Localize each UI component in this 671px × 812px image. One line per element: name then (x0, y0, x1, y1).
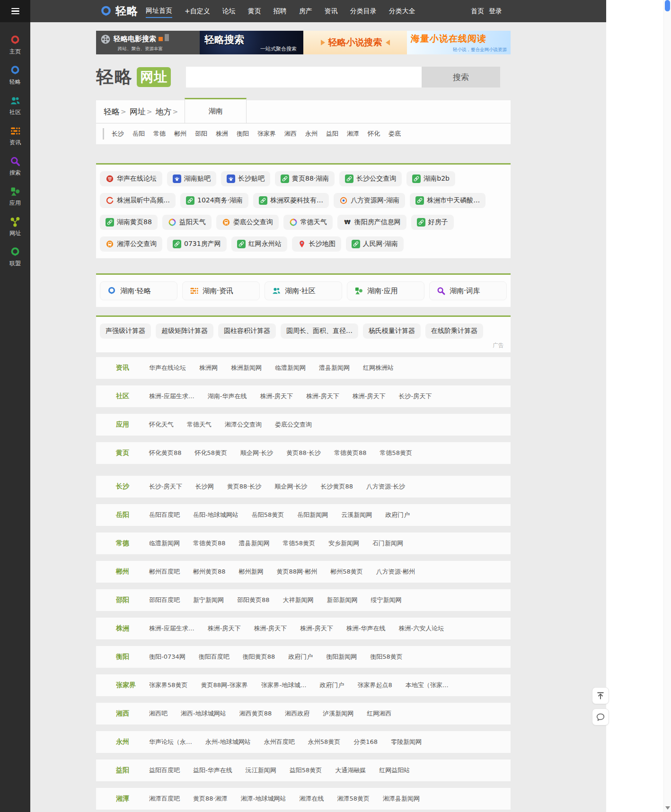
table-link[interactable]: 泸溪新闻网 (323, 709, 353, 718)
sidebar-item-网址[interactable]: 网址 (0, 211, 30, 242)
table-link[interactable]: 株洲-六安人论坛 (399, 624, 444, 633)
login-link[interactable]: 登录 (489, 7, 502, 16)
table-link[interactable]: 常德58黄页 (283, 539, 316, 548)
sidebar-item-应用[interactable]: 应用 (0, 181, 30, 211)
table-link[interactable]: 湘西吧 (149, 709, 168, 718)
city-link-湘西[interactable]: 湘西 (284, 130, 297, 138)
table-link[interactable]: 红网株洲站 (363, 364, 394, 372)
sidebar-item-联盟[interactable]: 联盟 (0, 242, 30, 272)
hub-link[interactable]: 湖南·资讯 (182, 281, 260, 300)
table-link[interactable]: 新宁新闻网 (193, 596, 224, 604)
home-link[interactable]: 首页 (471, 7, 484, 16)
calculator-ad-link[interactable]: 圆周长、面积、直径… (281, 323, 358, 339)
table-link[interactable]: 张家界58黄页 (149, 681, 188, 690)
table-link[interactable]: 八方资源·郴州 (376, 568, 415, 576)
table-link[interactable]: 张家界起点8 (357, 681, 392, 690)
quick-link[interactable]: 0731房产网 (167, 236, 227, 252)
table-link[interactable]: 临澧新闻网 (275, 364, 306, 372)
quick-link[interactable]: 1024商务·湖南 (180, 193, 248, 208)
search-button[interactable]: 搜索 (422, 67, 500, 87)
table-link[interactable]: 沅江新闻网 (246, 766, 276, 775)
table-link[interactable]: 本地宝（张家… (406, 681, 449, 690)
table-link[interactable]: 株洲网 (199, 364, 218, 372)
menu-hamburger-icon[interactable] (0, 0, 30, 22)
breadcrumb-item-1[interactable]: 网址 (130, 106, 146, 117)
table-link[interactable]: 分类168 (353, 738, 378, 746)
quick-link[interactable]: 好房子 (411, 215, 454, 230)
city-link-张家界[interactable]: 张家界 (257, 130, 276, 138)
table-link[interactable]: 株洲-房天下 (300, 624, 333, 633)
table-link[interactable]: 湘潭58黄页 (337, 795, 370, 803)
table-link[interactable]: 株洲-华声在线 (346, 624, 386, 633)
hub-link[interactable]: 湖南·轻略 (100, 281, 177, 300)
quick-link[interactable]: 湘潭公交查询 (100, 236, 162, 252)
quick-link[interactable]: 株洲晨昕中高频… (100, 193, 176, 208)
quick-link[interactable]: 常德天气 (283, 215, 333, 230)
table-link[interactable]: 黄页88网-张家界 (201, 681, 248, 690)
quick-link[interactable]: 株洲双菱科技有… (253, 193, 329, 208)
quick-link[interactable]: ₩衡阳房产信息网 (337, 215, 406, 230)
quick-link[interactable]: 长沙地图 (292, 236, 341, 252)
menu-item-5[interactable]: 房产 (299, 5, 312, 17)
quick-link[interactable]: 长沙公交查询 (339, 171, 402, 186)
table-link[interactable]: 常德58黄页 (380, 449, 412, 457)
menu-item-6[interactable]: 资讯 (325, 5, 338, 17)
city-link-邵阳[interactable]: 邵阳 (195, 130, 207, 138)
quick-link[interactable]: 湖南贴吧 (167, 171, 216, 186)
table-link[interactable]: 衡阳百度吧 (199, 653, 230, 661)
scrollbar[interactable] (663, 0, 671, 812)
table-link[interactable]: 红网益阳站 (379, 766, 410, 775)
brand-logo[interactable]: 轻略 (99, 4, 138, 18)
table-link[interactable]: 黄页88网·郴州 (277, 568, 318, 576)
calculator-ad-link[interactable]: 杨氏模量计算器 (363, 323, 421, 339)
table-link[interactable]: 衡阳58黄页 (370, 653, 403, 661)
table-link[interactable]: 株洲-房天下 (353, 392, 386, 401)
calculator-ad-link[interactable]: 超级矩阵计算器 (156, 323, 213, 339)
table-link[interactable]: 湘西黄页88 (239, 709, 272, 718)
table-link[interactable]: 长沙-房天下 (399, 392, 432, 401)
breadcrumb-item-2[interactable]: 地方 (155, 106, 171, 117)
table-link[interactable]: 湘西政府 (285, 709, 309, 718)
table-link[interactable]: 衡阳新闻网 (326, 653, 357, 661)
table-link[interactable]: 湘潭百度吧 (149, 795, 180, 803)
table-link[interactable]: 益阳-华声在线 (193, 766, 232, 775)
table-link[interactable]: 黄页88·长沙 (227, 482, 262, 491)
ad-banner-search[interactable]: 轻略搜索 一站式聚合搜索 (200, 31, 303, 54)
table-link[interactable]: 岳阳58黄页 (252, 511, 284, 519)
table-link[interactable]: 株洲-房天下 (306, 392, 339, 401)
ad-banner-movie-search[interactable]: 轻略电影搜索 跨站、聚合、资源丰富 (96, 31, 200, 54)
table-link[interactable]: 郴州黄页88 (193, 568, 226, 576)
table-link[interactable]: 株洲-应届生求… (149, 392, 194, 401)
city-link-岳阳[interactable]: 岳阳 (132, 130, 145, 138)
quick-link[interactable]: 湖南b2b (406, 171, 455, 186)
table-link[interactable]: 长沙-房天下 (149, 482, 182, 491)
quick-link[interactable]: 红网永州站 (231, 236, 287, 252)
table-link[interactable]: 湘潭在线 (299, 795, 324, 803)
city-link-郴州[interactable]: 郴州 (174, 130, 186, 138)
table-link[interactable]: 湖南-华声在线 (208, 392, 247, 401)
table-link[interactable]: 新邵新闻网 (327, 596, 358, 604)
quick-link[interactable]: 湖南黄页88 (100, 215, 158, 230)
table-link[interactable]: 政府门户 (319, 681, 344, 690)
calculator-ad-link[interactable]: 声强级计算器 (100, 323, 151, 339)
table-link[interactable]: 湘潭县新闻网 (383, 795, 420, 803)
menu-item-4[interactable]: 招聘 (274, 5, 287, 17)
table-link[interactable]: 湘潭-地球城网站 (241, 795, 286, 803)
table-link[interactable]: 益阳百度吧 (149, 766, 180, 775)
city-link-长沙[interactable]: 长沙 (112, 130, 124, 138)
sidebar-item-社区[interactable]: 社区 (0, 90, 30, 121)
quick-link[interactable]: 长沙贴吧 (221, 171, 270, 186)
table-link[interactable]: 常德黄页88 (193, 539, 226, 548)
table-link[interactable]: 红网湘西 (367, 709, 391, 718)
scrollbar-thumb[interactable] (665, 0, 670, 11)
table-link[interactable]: 衡阳黄页88 (243, 653, 275, 661)
table-link[interactable]: 岳阳百度吧 (149, 511, 180, 519)
table-link[interactable]: 大通湖融媒 (335, 766, 366, 775)
menu-item-3[interactable]: 黄页 (248, 5, 261, 17)
menu-item-1[interactable]: +自定义 (185, 5, 210, 17)
city-link-常德[interactable]: 常德 (153, 130, 166, 138)
sidebar-item-资讯[interactable]: 资讯 (0, 121, 30, 151)
table-link[interactable]: 安乡新闻网 (328, 539, 359, 548)
table-link[interactable]: 绥宁新闻网 (371, 596, 402, 604)
table-link[interactable]: 黄页88·长沙 (286, 449, 321, 457)
